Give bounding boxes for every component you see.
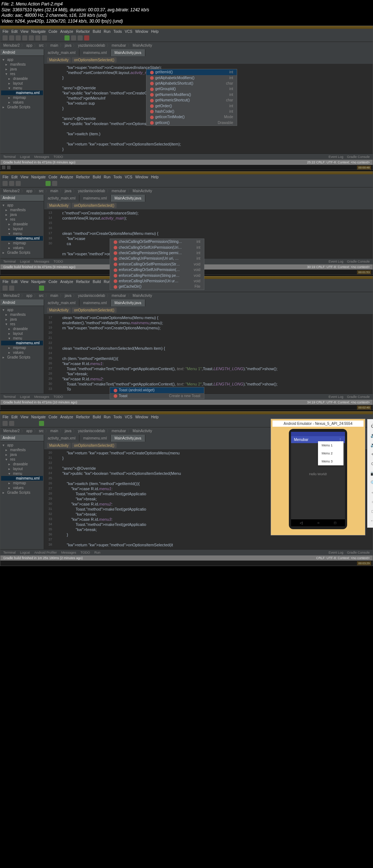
- os-taskbar[interactable]: 00:03:29: [0, 561, 373, 566]
- breadcrumb-item[interactable]: src: [39, 429, 44, 433]
- editor-tab[interactable]: mainmenu.xml: [79, 435, 111, 442]
- home-icon[interactable]: ○: [317, 521, 319, 525]
- code-line[interactable]: 27 Toast."method">makeText("method">getA…: [44, 367, 373, 372]
- code-line[interactable]: 18 "kw">case: [44, 236, 373, 241]
- breadcrumb-item[interactable]: java: [65, 429, 71, 433]
- autocomplete-item[interactable]: getCacheDir()File: [110, 284, 204, 289]
- breadcrumb-item[interactable]: src: [39, 294, 44, 298]
- context-class[interactable]: MainActivity: [47, 57, 71, 63]
- code-line[interactable]: 23olean "method">onOptionsItemSelected(M…: [44, 346, 373, 351]
- menu-vcs[interactable]: VCS: [125, 30, 133, 34]
- tree-item[interactable]: ▸ layout: [1, 81, 43, 86]
- code-line[interactable]: }: [44, 147, 373, 152]
- menu-edit[interactable]: Edit: [11, 175, 17, 179]
- code-line[interactable]: 29"kw">case R.id.menu2:: [44, 377, 373, 382]
- tree-item[interactable]: ▸ manifests: [1, 312, 43, 317]
- status-tab[interactable]: Terminal: [3, 395, 16, 399]
- autocomplete-item[interactable]: getItemId()int: [146, 69, 237, 75]
- context-method[interactable]: onOptionsItemSelected(): [72, 443, 117, 448]
- code-line[interactable]: 30 Toast."method">makeText("method">getA…: [44, 382, 373, 387]
- autocomplete-item[interactable]: getAlphabeticModifiers()int: [146, 75, 237, 81]
- breadcrumb-item[interactable]: yazdaniscodelab: [78, 294, 105, 298]
- menu-tools[interactable]: Tools: [113, 175, 122, 179]
- tree-item[interactable]: ▸ drawable: [1, 462, 43, 466]
- code-line[interactable]: rn "kw">super."method">onOptionsItemSele…: [44, 252, 373, 257]
- recent-icon[interactable]: □: [334, 521, 336, 525]
- volume-down-icon[interactable]: 🔉: [369, 441, 373, 449]
- menu-help[interactable]: Help: [151, 175, 159, 179]
- editor[interactable]: activity_main.xmlmainmenu.xmlMainActivit…: [44, 49, 373, 154]
- project-sidebar[interactable]: Android ▾ app▸ manifests▸ java▾ res▸ dra…: [0, 435, 44, 549]
- code-line[interactable]: [44, 247, 373, 252]
- status-tab[interactable]: Logcat: [20, 260, 30, 263]
- undo-icon[interactable]: [16, 181, 21, 186]
- breadcrumb-item[interactable]: java: [65, 294, 71, 298]
- tree-item[interactable]: ▾ res: [1, 217, 43, 222]
- save-icon[interactable]: [9, 286, 14, 291]
- menu-code[interactable]: Code: [48, 415, 57, 419]
- breadcrumb-item[interactable]: MainActivity: [133, 189, 152, 193]
- menu-edit[interactable]: Edit: [11, 30, 17, 34]
- tree-item[interactable]: ▸ manifests: [1, 62, 43, 67]
- editor-tab[interactable]: mainmenu.xml: [79, 49, 111, 56]
- android-tab[interactable]: Android: [0, 49, 44, 56]
- toolbar[interactable]: [0, 34, 373, 42]
- gradle-console-tab[interactable]: Gradle Console: [347, 551, 370, 554]
- menu-run[interactable]: Run: [104, 415, 110, 419]
- event-log-tab[interactable]: Event Log: [329, 551, 343, 554]
- menu-view[interactable]: View: [20, 280, 28, 284]
- tree-item[interactable]: ▸ mipmap: [1, 345, 43, 350]
- menu-edit[interactable]: Edit: [11, 280, 17, 284]
- tree-item[interactable]: mainmenu.xml: [1, 90, 43, 95]
- os-taskbar[interactable]: 00:00:48: [0, 165, 373, 170]
- code-line[interactable]: 15: [44, 221, 373, 226]
- menu-navigate[interactable]: Navigate: [31, 415, 46, 419]
- rotate-left-icon[interactable]: ⟲: [369, 450, 373, 459]
- code-line[interactable]: 28 "kw">break;: [44, 372, 373, 377]
- breadcrumb-item[interactable]: java: [65, 43, 71, 47]
- open-icon[interactable]: [3, 35, 8, 40]
- toolbar[interactable]: [0, 180, 373, 187]
- power-icon[interactable]: ⏻: [369, 422, 373, 430]
- menu-analyze[interactable]: Analyze: [60, 415, 73, 419]
- context-method[interactable]: onOptionsItemSelected(): [72, 203, 117, 208]
- menu-refactor[interactable]: Refactor: [76, 415, 90, 419]
- context-method[interactable]: onOptionsItemSelected(): [72, 307, 117, 313]
- breadcrumb-item[interactable]: src: [39, 189, 44, 193]
- autocomplete-item[interactable]: getOrder()int: [146, 103, 237, 109]
- editor-tab[interactable]: MainActivity.java: [111, 299, 145, 306]
- breadcrumb-item[interactable]: menubar: [112, 43, 126, 47]
- tree-item[interactable]: ▾ menu: [1, 86, 43, 90]
- tree-item[interactable]: ▸ values: [1, 485, 43, 490]
- menu-window[interactable]: Window: [135, 175, 148, 179]
- autocomplete-item[interactable]: getAlphabeticShortcut()char: [146, 81, 237, 86]
- menu-run[interactable]: Run: [104, 30, 110, 34]
- copy-icon[interactable]: [35, 35, 40, 40]
- more-icon[interactable]: ⋯: [369, 516, 373, 525]
- android-emulator[interactable]: Android Emulator - Nexus_5_API_24:5554 M…: [271, 419, 365, 535]
- code-line[interactable]: 20: [44, 331, 373, 336]
- code-line[interactable]: 14contentView(R.layout.activity_main);: [44, 216, 373, 221]
- tree-item[interactable]: mainmenu.xml: [1, 341, 43, 345]
- menu-view[interactable]: View: [20, 415, 28, 419]
- context-class[interactable]: MainActivity: [47, 203, 71, 208]
- tree-item[interactable]: ▸ Gradle Scripts: [1, 250, 43, 255]
- menu-edit[interactable]: Edit: [11, 415, 17, 419]
- phone-nav-bar[interactable]: ◁ ○ □: [291, 519, 345, 526]
- autocomplete-item[interactable]: hashCode()int: [146, 109, 237, 114]
- menu-refactor[interactable]: Refactor: [76, 175, 90, 179]
- autocomplete-item[interactable]: checkCallingUriPermission(Uri uri, …int: [110, 256, 204, 261]
- breadcrumb-item[interactable]: yazdaniscodelab: [78, 189, 105, 193]
- breadcrumb-item[interactable]: Menubar2: [3, 189, 20, 193]
- menu-build[interactable]: Build: [93, 30, 101, 34]
- tree-item[interactable]: ▸ Gradle Scripts: [1, 490, 43, 495]
- status-tab[interactable]: Terminal: [3, 155, 16, 159]
- menu-code[interactable]: Code: [48, 30, 57, 34]
- tree-item[interactable]: ▸ Gradle Scripts: [1, 355, 43, 360]
- menu-window[interactable]: Window: [135, 415, 148, 419]
- debug-icon[interactable]: [71, 35, 76, 40]
- menu-file[interactable]: File: [3, 30, 8, 34]
- breadcrumb-item[interactable]: menubar: [112, 429, 126, 433]
- menu-navigate[interactable]: Navigate: [31, 280, 46, 284]
- save-icon[interactable]: [9, 421, 14, 426]
